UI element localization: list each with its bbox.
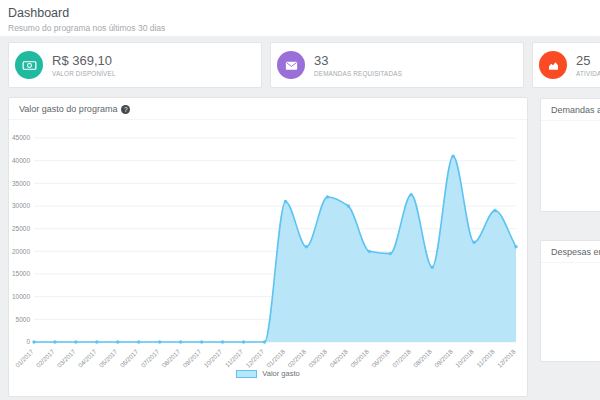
page-title: Dashboard xyxy=(8,6,600,20)
stat-label: ATIVIDADES xyxy=(576,70,600,77)
legend-label: Valor gasto xyxy=(262,370,299,378)
svg-text:15000: 15000 xyxy=(12,270,30,277)
svg-text:10/2017: 10/2017 xyxy=(202,347,223,368)
spending-area-chart[interactable]: 0500010000150002000025000300003500040000… xyxy=(9,98,529,398)
svg-text:06/2018: 06/2018 xyxy=(370,347,391,368)
stat-value: 33 xyxy=(314,53,402,68)
svg-text:08/2018: 08/2018 xyxy=(412,347,433,368)
stat-value: 25 xyxy=(576,53,600,68)
svg-text:07/2018: 07/2018 xyxy=(391,347,412,368)
svg-text:08/2017: 08/2017 xyxy=(160,347,181,368)
svg-text:11/2018: 11/2018 xyxy=(475,347,496,368)
svg-text:0: 0 xyxy=(26,338,30,345)
stat-value: R$ 369,10 xyxy=(52,53,116,68)
svg-text:05/2017: 05/2017 xyxy=(97,347,118,368)
panel-title: Demandas atendidas xyxy=(541,99,600,121)
svg-text:09/2018: 09/2018 xyxy=(433,347,454,368)
svg-text:10/2018: 10/2018 xyxy=(454,347,475,368)
spending-chart-panel: Valor gasto do programa ? 05000100001500… xyxy=(8,97,528,397)
svg-text:20000: 20000 xyxy=(12,248,30,255)
svg-text:04/2018: 04/2018 xyxy=(328,347,349,368)
svg-text:02/2018: 02/2018 xyxy=(286,347,307,368)
svg-text:11/2017: 11/2017 xyxy=(224,347,245,368)
svg-text:45000: 45000 xyxy=(12,134,30,141)
svg-text:12/2018: 12/2018 xyxy=(496,347,517,368)
legend-item-valor-gasto[interactable]: Valor gasto xyxy=(236,370,299,378)
banknote-icon xyxy=(22,58,37,73)
area-chart-icon xyxy=(546,58,561,73)
svg-text:12/2017: 12/2017 xyxy=(244,347,265,368)
svg-text:03/2018: 03/2018 xyxy=(307,347,328,368)
stat-card-valor-disponivel[interactable]: R$ 369,10 VALOR DISPONÍVEL xyxy=(8,42,262,88)
stat-label: VALOR DISPONÍVEL xyxy=(52,70,116,77)
stat-card-demandas-requisitadas[interactable]: 33 DEMANDAS REQUISITADAS xyxy=(270,42,524,88)
svg-text:04/2017: 04/2017 xyxy=(77,347,98,368)
svg-text:5000: 5000 xyxy=(16,316,31,323)
svg-text:35000: 35000 xyxy=(12,180,30,187)
stat-icon-circle xyxy=(15,51,43,79)
svg-text:02/2017: 02/2017 xyxy=(35,347,56,368)
svg-text:03/2017: 03/2017 xyxy=(56,347,77,368)
svg-text:01/2018: 01/2018 xyxy=(265,347,286,368)
chart-legend: Valor gasto xyxy=(9,370,527,378)
svg-text:40000: 40000 xyxy=(12,157,30,164)
svg-text:05/2018: 05/2018 xyxy=(349,347,370,368)
page-header: Dashboard Resumo do programa nos últimos… xyxy=(0,0,600,36)
envelope-icon xyxy=(284,58,299,73)
stat-card-atividades[interactable]: 25 ATIVIDADES xyxy=(532,42,600,88)
svg-text:01/2017: 01/2017 xyxy=(14,347,35,368)
legend-swatch xyxy=(236,370,257,378)
svg-text:07/2017: 07/2017 xyxy=(139,347,160,368)
panel-title: Despesas em atraso xyxy=(541,241,600,263)
panel-despesas-em-atraso: Despesas em atraso xyxy=(540,240,600,362)
stat-icon-circle xyxy=(539,51,567,79)
svg-text:06/2017: 06/2017 xyxy=(118,347,139,368)
panel-demandas-atendidas: Demandas atendidas xyxy=(540,98,600,212)
svg-text:25000: 25000 xyxy=(12,225,30,232)
stat-icon-circle xyxy=(277,51,305,79)
page-subtitle: Resumo do programa nos últimos 30 dias xyxy=(8,23,600,33)
svg-text:10000: 10000 xyxy=(12,293,30,300)
svg-text:09/2017: 09/2017 xyxy=(181,347,202,368)
svg-text:30000: 30000 xyxy=(12,202,30,209)
stat-label: DEMANDAS REQUISITADAS xyxy=(314,70,402,77)
